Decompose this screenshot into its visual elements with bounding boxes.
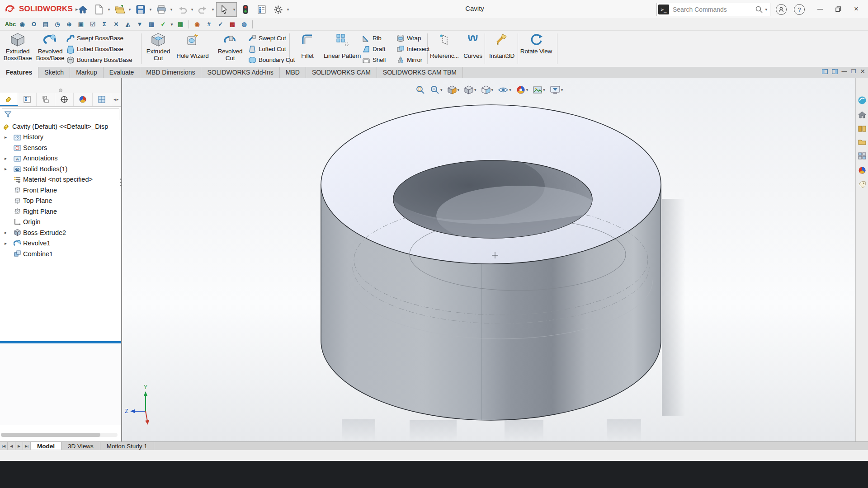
- tree-item-origin[interactable]: Origin: [0, 217, 121, 227]
- doc-restore-icon[interactable]: ❐: [851, 68, 856, 75]
- doc-tab-model[interactable]: Model: [31, 442, 61, 450]
- tab-solidworks-cam[interactable]: SOLIDWORKS CAM: [306, 67, 377, 78]
- ribbon-button-extruded-cut[interactable]: Extruded Cut: [144, 31, 173, 67]
- scrollbar-thumb[interactable]: [1, 433, 100, 437]
- ribbon-button-revolved-boss[interactable]: Revolved Boss/Base: [34, 31, 66, 67]
- import-diagnostics-icon[interactable]: ▼: [134, 19, 146, 29]
- doc-close-icon[interactable]: ✕: [860, 68, 865, 75]
- headsup-view-orientation[interactable]: ▾: [462, 84, 478, 96]
- home-button[interactable]: [75, 3, 90, 16]
- doc-tab-3d-views[interactable]: 3D Views: [61, 442, 100, 450]
- panel-tab-dimxpertmanager[interactable]: [55, 93, 74, 106]
- save-button[interactable]: ▾: [133, 3, 153, 16]
- headsup-hide-show-items[interactable]: ▾: [496, 84, 513, 96]
- ribbon-button-extruded-boss[interactable]: Extruded Boss/Base: [1, 31, 34, 67]
- flyout-caret-icon[interactable]: ▾: [169, 19, 175, 29]
- ribbon-button-draft[interactable]: Draft: [362, 43, 396, 54]
- doc-minimize-icon[interactable]: —: [842, 68, 847, 75]
- file-properties-button[interactable]: [254, 3, 269, 16]
- close-button[interactable]: ×: [847, 2, 865, 16]
- select-cursor-button[interactable]: ▾: [216, 2, 237, 17]
- ribbon-button-curves[interactable]: Curves: [460, 31, 486, 67]
- tab-solidworks-add-ins[interactable]: SOLIDWORKS Add-Ins: [201, 67, 279, 78]
- tab-evaluate[interactable]: Evaluate: [104, 67, 140, 78]
- tree-item-front-plane[interactable]: Front Plane: [0, 185, 121, 195]
- ribbon-button-revolved-cut[interactable]: Revolved Cut: [212, 31, 248, 67]
- tree-item-boss-extrude2[interactable]: ▸Boss-Extrude2: [0, 227, 121, 238]
- search-icon[interactable]: [755, 5, 763, 14]
- tree-item-sensors[interactable]: Sensors: [0, 142, 121, 153]
- taskpane-file-explorer-pane[interactable]: [858, 139, 867, 146]
- tree-item-combine1[interactable]: Combine1: [0, 249, 121, 259]
- taskpane-appearances-scenes[interactable]: [858, 166, 867, 175]
- ribbon-button-reference-geometry[interactable]: Referenc...: [429, 31, 460, 67]
- expand-arrow-icon[interactable]: ▸: [5, 230, 9, 235]
- tab-mbd-dimensions[interactable]: MBD Dimensions: [140, 67, 201, 78]
- tree-item-top-plane[interactable]: Top Plane: [0, 196, 121, 206]
- headsup-zoom-area[interactable]: ▾: [429, 84, 444, 96]
- ribbon-button-lofted-cut[interactable]: Lofted Cut: [248, 43, 295, 54]
- ribbon-button-rib[interactable]: Rib: [362, 33, 396, 43]
- measure-icon[interactable]: Ω: [28, 19, 40, 29]
- panel-tab-displaymanager[interactable]: [74, 93, 92, 106]
- print-button[interactable]: ▾: [154, 3, 174, 16]
- compare-documents-icon[interactable]: ▩: [226, 19, 238, 29]
- panel-collapse-dot[interactable]: [59, 89, 62, 92]
- ribbon-button-boundary-cut[interactable]: Boundary Cut: [248, 54, 295, 65]
- design-table-icon[interactable]: ▦: [175, 19, 186, 29]
- tree-filter-field[interactable]: [2, 108, 119, 120]
- hide-show-items-caret-icon[interactable]: ▾: [509, 88, 511, 92]
- check-solid-icon[interactable]: ▣: [75, 19, 87, 29]
- doc-nav-prev-button[interactable]: ◀: [8, 442, 15, 450]
- zoom-area-caret-icon[interactable]: ▾: [440, 88, 443, 92]
- ribbon-button-shell[interactable]: Shell: [362, 54, 396, 65]
- model-canvas[interactable]: Y Z: [122, 78, 855, 441]
- panel-tab-scroll-arrows[interactable]: ◂▸: [111, 93, 121, 106]
- taskpane-view-palette[interactable]: [858, 152, 867, 160]
- open-flyout-caret-icon[interactable]: ▾: [127, 3, 132, 16]
- dimxpert-arrows-icon[interactable]: ✕: [110, 19, 122, 29]
- split-window-left-icon[interactable]: [822, 69, 828, 74]
- tree-item-right-plane[interactable]: Right Plane: [0, 206, 121, 216]
- verify-box-icon[interactable]: ☑: [87, 19, 99, 29]
- equations-icon[interactable]: Σ: [99, 19, 110, 29]
- doc-nav-next-button[interactable]: ▶: [15, 442, 23, 450]
- redo-flyout-caret-icon[interactable]: ▾: [211, 3, 215, 16]
- tree-item-revolve1[interactable]: ▸Revolve1: [0, 238, 121, 249]
- doc-nav-first-button[interactable]: |◀: [0, 442, 8, 450]
- print-flyout-caret-icon[interactable]: ▾: [169, 3, 174, 16]
- minimize-button[interactable]: [811, 2, 829, 16]
- section-view-caret-icon[interactable]: ▾: [458, 88, 460, 92]
- doc-tab-motion-study-1[interactable]: Motion Study 1: [100, 442, 154, 450]
- new-document-button[interactable]: ▾: [91, 3, 111, 16]
- performance-evaluation-icon[interactable]: ◷: [52, 19, 63, 29]
- grid-system-icon[interactable]: #: [203, 19, 215, 29]
- tab-solidworks-cam-tbm[interactable]: SOLIDWORKS CAM TBM: [377, 67, 463, 78]
- ribbon-button-boundary-boss[interactable]: Boundary Boss/Base: [66, 54, 137, 65]
- taskpane-sw-resources[interactable]: [858, 96, 867, 105]
- ribbon-button-swept-cut[interactable]: Swept Cut: [248, 33, 295, 43]
- panel-splitter-handle[interactable]: [120, 176, 122, 188]
- display-style-caret-icon[interactable]: ▾: [491, 88, 494, 92]
- view-settings-caret-icon[interactable]: ▾: [561, 88, 563, 92]
- ribbon-button-rotate-view[interactable]: Rotate View: [519, 31, 553, 67]
- redo-button[interactable]: ▾: [195, 3, 215, 16]
- select-cursor-flyout-caret-icon[interactable]: ▾: [232, 3, 236, 16]
- collaborate-globe-icon[interactable]: ◍: [238, 19, 250, 29]
- tree-item-cavity-default-default-display[interactable]: Cavity (Default) <<Default>_Display: [0, 121, 121, 131]
- new-document-flyout-caret-icon[interactable]: ▾: [107, 3, 111, 16]
- options-gear-button[interactable]: ▾: [270, 3, 290, 16]
- open-button[interactable]: ▾: [112, 3, 132, 16]
- command-search-box[interactable]: >_ Search Commands ▾: [656, 3, 770, 16]
- expand-arrow-icon[interactable]: ▸: [5, 135, 9, 140]
- tree-item-history[interactable]: ▸History: [0, 132, 121, 142]
- headsup-view-settings[interactable]: ▾: [548, 84, 565, 96]
- ribbon-button-linear-pattern[interactable]: Linear Pattern: [323, 31, 362, 67]
- tree-item-material-not-specified[interactable]: Material <not specified>: [0, 174, 121, 185]
- rebuild-traffic-light-button[interactable]: [238, 3, 253, 16]
- tree-item-solid-bodies-1[interactable]: ▸Solid Bodies(1): [0, 164, 121, 174]
- headsup-section-view[interactable]: ▾: [446, 84, 461, 96]
- ribbon-button-swept-boss[interactable]: Swept Boss/Base: [66, 33, 137, 43]
- undo-button[interactable]: ▾: [175, 3, 194, 16]
- scroll-right-icon[interactable]: ▸: [117, 97, 119, 102]
